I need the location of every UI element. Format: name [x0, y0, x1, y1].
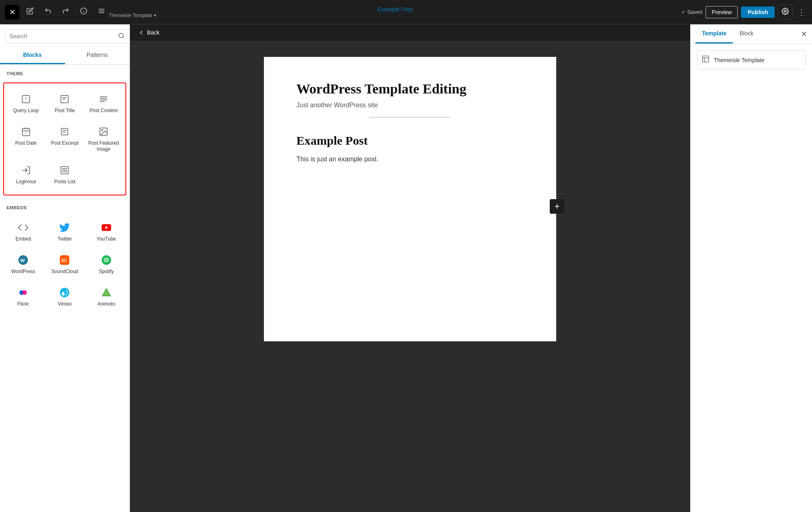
block-item-animoto[interactable]: Animoto: [86, 282, 126, 312]
sidebar-tabs: Blocks Patterns: [0, 47, 130, 65]
svg-text:SC: SC: [61, 258, 67, 263]
block-item-post-excerpt[interactable]: Post Excerpt: [46, 121, 84, 158]
block-item-posts-list[interactable]: Posts List: [46, 159, 84, 190]
block-label-post-date: Post Date: [15, 140, 37, 147]
block-item-flickr[interactable]: Flickr: [3, 282, 43, 312]
tab-block[interactable]: Block: [733, 24, 760, 43]
block-label-post-featured-image: Post Featured Image: [88, 140, 119, 153]
block-item-youtube[interactable]: YouTube: [86, 217, 126, 247]
block-label-login-out: Login/out: [16, 179, 36, 185]
canvas-site-desc: Just another WordPress site: [296, 102, 524, 109]
svg-point-40: [60, 288, 69, 297]
edit-button[interactable]: [23, 5, 37, 20]
block-item-login-out[interactable]: Login/out: [7, 159, 45, 190]
add-block-button[interactable]: +: [550, 199, 564, 214]
svg-point-7: [119, 33, 123, 38]
block-label-query-loop: Query Loop: [13, 108, 39, 114]
topbar-right: ✓ Saved Preview Publish ⋮: [681, 5, 807, 20]
back-bar: Back: [130, 24, 690, 41]
theme-block-grid: Query Loop Post Title Post: [6, 87, 124, 191]
posts-list-icon: [58, 164, 71, 176]
right-panel: Template Block ✕ Themeisle Template: [690, 24, 812, 512]
gear-icon: [782, 8, 789, 17]
tab-blocks[interactable]: Blocks: [0, 47, 65, 64]
site-subtitle-button[interactable]: Themeisle Template ▾: [109, 13, 681, 18]
post-title-icon: [58, 93, 71, 105]
main-content: Blocks Patterns THEME Query Loop: [0, 24, 812, 512]
block-label-animoto: Animoto: [97, 301, 115, 308]
close-icon: ✕: [9, 8, 15, 17]
undo-button[interactable]: [41, 5, 55, 20]
sidebar-scroll: THEME Query Loop Post: [0, 65, 130, 512]
spotify-icon: [100, 254, 112, 266]
block-label-soundcloud: SoundCloud: [51, 269, 78, 275]
block-label-spotify: Spotify: [99, 269, 114, 275]
svg-point-25: [102, 130, 103, 131]
saved-label: Saved: [687, 9, 702, 15]
block-label-posts-list: Posts List: [54, 179, 75, 185]
tab-patterns[interactable]: Patterns: [65, 47, 130, 64]
canvas-site-title: WordPress Template Editing: [296, 81, 524, 97]
block-label-twitter: Twitter: [58, 236, 72, 243]
embeds-block-grid: Embed Twitter YouTube: [0, 213, 130, 315]
block-item-post-content[interactable]: Post Content: [85, 88, 122, 119]
template-icon: [702, 55, 710, 65]
tab-template[interactable]: Template: [695, 24, 733, 43]
search-input[interactable]: [5, 29, 130, 43]
block-item-soundcloud[interactable]: SC SoundCloud: [45, 249, 84, 280]
back-button[interactable]: Back: [138, 29, 160, 36]
block-label-post-excerpt: Post Excerpt: [51, 140, 78, 147]
block-item-spotify[interactable]: Spotify: [86, 249, 126, 280]
svg-point-6: [784, 10, 786, 12]
theme-blocks-section: Query Loop Post Title Post: [3, 82, 126, 195]
info-button[interactable]: [76, 5, 91, 20]
search-button[interactable]: [118, 33, 125, 40]
svg-line-8: [123, 37, 124, 38]
block-item-embed[interactable]: Embed: [3, 217, 43, 247]
embeds-section-label: EMBEDS: [0, 199, 130, 213]
right-panel-header: Template Block ✕: [691, 24, 812, 44]
embed-icon: [17, 221, 29, 234]
editor-area: Back WordPress Template Editing Just ano…: [130, 24, 690, 512]
preview-button[interactable]: Preview: [706, 6, 738, 18]
theme-section-label: THEME: [0, 65, 130, 79]
block-label-embed: Embed: [15, 236, 31, 243]
block-item-twitter[interactable]: Twitter: [45, 217, 84, 247]
search-bar: [0, 24, 130, 47]
right-panel-body: Themeisle Template: [691, 44, 812, 76]
embeds-grid: Embed Twitter YouTube: [2, 215, 128, 314]
block-label-post-title: Post Title: [55, 108, 75, 114]
top-bar: ✕ Example Post: [0, 0, 812, 24]
post-excerpt-icon: [58, 126, 71, 138]
block-item-post-featured-image[interactable]: Post Featured Image: [85, 121, 122, 158]
back-label: Back: [147, 29, 160, 36]
more-options-button[interactable]: ⋮: [796, 7, 807, 17]
animoto-icon: [100, 286, 112, 299]
svg-text:W: W: [20, 258, 25, 263]
post-date-icon: ?: [20, 126, 32, 138]
block-item-post-title[interactable]: Post Title: [46, 88, 84, 119]
redo-button[interactable]: [58, 5, 73, 20]
info-icon: [80, 7, 87, 17]
wordpress-icon: W: [17, 254, 29, 266]
publish-button[interactable]: Publish: [741, 7, 775, 18]
settings-button[interactable]: [778, 5, 793, 20]
block-item-wordpress[interactable]: W WordPress: [3, 249, 43, 280]
template-item[interactable]: Themeisle Template: [697, 50, 806, 69]
close-button[interactable]: ✕: [5, 5, 19, 20]
list-view-button[interactable]: [94, 5, 109, 20]
site-title: Example Post: [109, 6, 681, 13]
right-panel-close-button[interactable]: ✕: [801, 30, 807, 39]
block-item-post-date[interactable]: ? Post Date: [7, 121, 45, 158]
canvas-post-title: Example Post: [296, 134, 524, 148]
block-item-query-loop[interactable]: Query Loop: [7, 88, 45, 119]
svg-rect-43: [703, 56, 709, 62]
soundcloud-icon: SC: [58, 254, 71, 266]
svg-point-39: [22, 290, 27, 295]
pencil-icon: [26, 7, 34, 17]
login-out-icon: [20, 164, 32, 176]
query-loop-icon: [20, 93, 32, 105]
check-icon: ✓: [681, 9, 686, 15]
block-item-vimeo[interactable]: Vimeo: [45, 282, 84, 312]
block-label-flickr: Flickr: [17, 301, 29, 308]
